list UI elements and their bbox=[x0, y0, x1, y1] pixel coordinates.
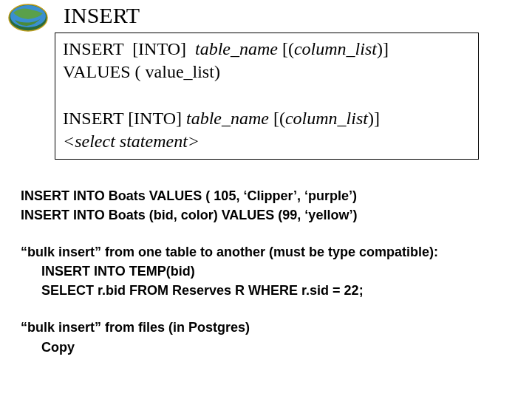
slide-title: INSERT bbox=[64, 3, 140, 28]
bulk-insert-1-line-2: SELECT r.bid FROM Reserves R WHERE r.sid… bbox=[21, 281, 508, 300]
body-content: INSERT INTO Boats VALUES ( 105, ‘Clipper… bbox=[21, 186, 508, 357]
syntax-line-1: INSERT [INTO] table_name [(column_list)] bbox=[63, 38, 471, 61]
globe-icon bbox=[6, 1, 50, 34]
bulk-insert-1-intro: “bulk insert” from one table to another … bbox=[21, 242, 508, 262]
syntax-line-2: VALUES ( value_list) bbox=[63, 61, 471, 83]
example-2: INSERT INTO Boats (bid, color) VALUES (9… bbox=[21, 205, 508, 225]
bulk-insert-2-intro: “bulk insert” from files (in Postgres) bbox=[21, 318, 508, 337]
bulk-insert-1-line-1: INSERT INTO TEMP(bid) bbox=[21, 262, 508, 281]
syntax-line-3: INSERT [INTO] table_name [(column_list)] bbox=[63, 107, 471, 130]
bulk-insert-2-line-1: Copy bbox=[21, 338, 508, 357]
syntax-box: INSERT [INTO] table_name [(column_list)]… bbox=[55, 33, 479, 160]
example-1: INSERT INTO Boats VALUES ( 105, ‘Clipper… bbox=[21, 186, 508, 205]
syntax-line-4: <select statement> bbox=[63, 130, 471, 153]
syntax-blank bbox=[63, 83, 471, 106]
